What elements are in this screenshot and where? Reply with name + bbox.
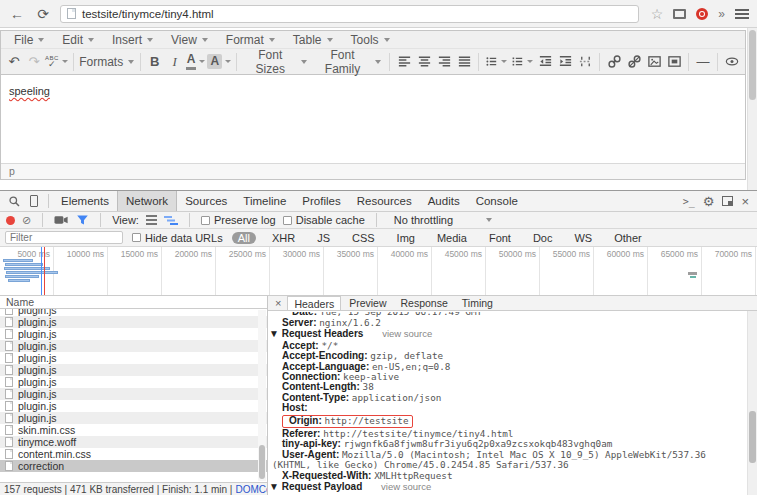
- devtools-tab[interactable]: Resources: [349, 191, 420, 211]
- preserve-log-option[interactable]: Preserve log: [201, 214, 276, 226]
- devtools-tab[interactable]: Sources: [177, 191, 235, 211]
- redo-button[interactable]: ↷: [24, 51, 44, 73]
- resource-type-filter[interactable]: XHR: [266, 232, 301, 244]
- devtools-tab[interactable]: Network: [117, 191, 177, 211]
- insert-media-button[interactable]: [664, 51, 684, 73]
- clear-icon[interactable]: ⊘: [22, 215, 31, 226]
- preserve-log-checkbox[interactable]: [201, 216, 210, 225]
- page-scrollbar[interactable]: [747, 28, 757, 190]
- view-list-icon[interactable]: [146, 215, 157, 225]
- undo-button[interactable]: ↶: [4, 51, 24, 73]
- editor-content-area[interactable]: speeling: [1, 75, 745, 163]
- scrollbar-thumb[interactable]: [749, 30, 756, 100]
- misspelled-word[interactable]: speeling: [9, 85, 50, 97]
- request-row[interactable]: correction: [0, 460, 267, 472]
- details-tab[interactable]: Timing: [456, 296, 499, 310]
- view-waterfall-icon[interactable]: [164, 215, 178, 226]
- scrollbar-thumb[interactable]: [259, 445, 265, 479]
- gear-icon[interactable]: ⚙: [703, 194, 715, 209]
- resource-type-filter[interactable]: WS: [568, 232, 598, 244]
- devtools-tab[interactable]: Elements: [53, 191, 117, 211]
- devtools-tab[interactable]: Profiles: [294, 191, 348, 211]
- editor-menu-item[interactable]: Table: [286, 33, 340, 47]
- dock-side-icon[interactable]: [722, 196, 733, 206]
- background-color-button[interactable]: A: [207, 51, 233, 73]
- header-row[interactable]: Origin: http://testsite: [268, 414, 747, 429]
- disable-cache-option[interactable]: Disable cache: [283, 214, 365, 226]
- header-row[interactable]: X-Requested-With: XMLHttpRequest: [268, 471, 747, 481]
- address-bar[interactable]: testsite/tinymce/tiny4.html: [60, 5, 639, 23]
- request-row[interactable]: plugin.js: [0, 328, 267, 340]
- throttling-dropdown[interactable]: No throttling: [388, 214, 492, 226]
- details-tab[interactable]: Preview: [343, 296, 392, 310]
- element-path[interactable]: p: [9, 165, 15, 177]
- editor-menu-item[interactable]: Tools: [344, 33, 397, 47]
- network-overview[interactable]: 5000 ms 10000 ms 15000 ms 20000 ms 25000…: [0, 247, 757, 296]
- request-row[interactable]: plugin.js: [0, 400, 267, 412]
- resource-type-filter[interactable]: Doc: [527, 232, 559, 244]
- hide-data-urls-option[interactable]: Hide data URLs: [132, 232, 223, 244]
- reload-icon[interactable]: ⟳: [34, 6, 52, 22]
- header-row[interactable]: User-Agent: Mozilla/5.0 (Macintosh; Inte…: [268, 450, 747, 471]
- devtools-tab[interactable]: Timeline: [235, 191, 294, 211]
- scrollbar-thumb[interactable]: [749, 411, 756, 463]
- remove-link-button[interactable]: [624, 51, 644, 73]
- preview-button[interactable]: [722, 51, 742, 73]
- device-toolbar-button[interactable]: [24, 192, 44, 210]
- editor-menu-item[interactable]: View: [164, 33, 215, 47]
- close-details-icon[interactable]: ×: [271, 297, 285, 309]
- resource-type-filter[interactable]: CSS: [346, 232, 381, 244]
- request-row[interactable]: plugin.js: [0, 309, 267, 316]
- spellcheck-button[interactable]: ABC ✓: [44, 51, 69, 73]
- italic-button[interactable]: I: [165, 51, 185, 73]
- resource-type-filter[interactable]: Font: [483, 232, 517, 244]
- devtools-tab[interactable]: Audits: [420, 191, 468, 211]
- request-row[interactable]: plugin.js: [0, 316, 267, 328]
- request-row[interactable]: tinymce.woff: [0, 436, 267, 448]
- chrome-menu-icon[interactable]: [735, 9, 749, 19]
- numbered-list-button[interactable]: [509, 51, 535, 73]
- details-scrollbar[interactable]: [747, 311, 757, 495]
- insert-link-button[interactable]: [604, 51, 624, 73]
- filter-input[interactable]: [5, 231, 123, 244]
- font-sizes-dropdown[interactable]: Font Sizes: [241, 51, 310, 73]
- font-family-dropdown[interactable]: Font Family: [311, 51, 386, 73]
- resource-type-filter[interactable]: Img: [391, 232, 421, 244]
- request-row[interactable]: plugin.js: [0, 340, 267, 352]
- url-text[interactable]: testsite/tinymce/tiny4.html: [82, 8, 214, 20]
- console-drawer-icon[interactable]: >_: [683, 196, 695, 207]
- header-row[interactable]: Host:: [268, 403, 747, 413]
- editor-menu-item[interactable]: File: [7, 33, 51, 47]
- overflow-chevron-icon[interactable]: »: [718, 7, 725, 21]
- requests-scrollbar[interactable]: [258, 310, 266, 481]
- details-tab[interactable]: Headers: [287, 296, 341, 310]
- resource-type-filter[interactable]: All: [232, 232, 256, 244]
- request-row[interactable]: skin.min.css: [0, 424, 267, 436]
- request-row[interactable]: plugin.js: [0, 376, 267, 388]
- disable-cache-checkbox[interactable]: [283, 216, 292, 225]
- page-break-button[interactable]: [575, 51, 595, 73]
- editor-menu-item[interactable]: Format: [219, 33, 282, 47]
- bullet-list-button[interactable]: [483, 51, 509, 73]
- align-center-button[interactable]: [414, 51, 434, 73]
- record-button[interactable]: [6, 216, 15, 225]
- request-row[interactable]: plugin.js: [0, 388, 267, 400]
- align-right-button[interactable]: [434, 51, 454, 73]
- bookmark-star-icon[interactable]: ☆: [651, 6, 664, 22]
- indent-button[interactable]: [555, 51, 575, 73]
- hide-data-urls-checkbox[interactable]: [132, 233, 141, 242]
- resource-type-filter[interactable]: Media: [431, 232, 473, 244]
- header-row[interactable]: Content-Type: application/json: [268, 393, 747, 403]
- bold-button[interactable]: B: [145, 51, 165, 73]
- text-color-button[interactable]: A: [185, 51, 207, 73]
- screenshot-camera-icon[interactable]: [54, 214, 69, 226]
- outdent-button[interactable]: [535, 51, 555, 73]
- formats-dropdown[interactable]: Formats: [78, 51, 136, 73]
- resource-type-filter[interactable]: JS: [311, 232, 336, 244]
- details-tab[interactable]: Response: [395, 296, 454, 310]
- request-row[interactable]: plugin.js: [0, 352, 267, 364]
- insert-image-button[interactable]: [644, 51, 664, 73]
- justify-button[interactable]: [454, 51, 474, 73]
- header-row[interactable]: Server: nginx/1.6.2: [268, 318, 747, 328]
- resource-type-filter[interactable]: Other: [608, 232, 648, 244]
